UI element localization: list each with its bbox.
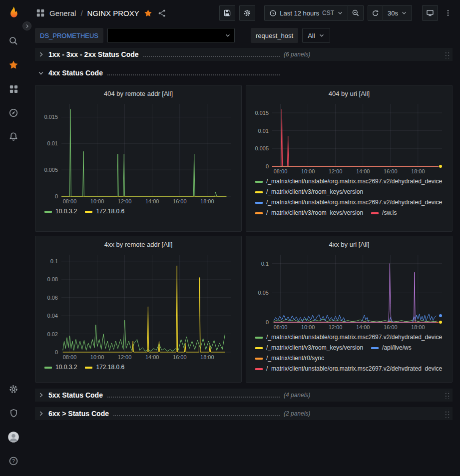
row-panel-count: (6 panels) — [284, 51, 310, 58]
refresh-button[interactable] — [368, 5, 383, 21]
series-swatch — [85, 211, 92, 213]
grafana-logo[interactable] — [5, 5, 22, 22]
sidebar-item-alerting[interactable] — [0, 125, 27, 149]
row-drag-handle[interactable] — [444, 50, 450, 58]
legend-label: 10.0.3.2 — [55, 206, 77, 217]
legend-item[interactable]: /api/live/ws — [371, 343, 412, 353]
legend-label: /_matrix/client/unstable/org.matrix.msc2… — [266, 176, 442, 187]
question-icon: ? — [8, 456, 18, 466]
svg-text:0.01: 0.01 — [47, 140, 58, 146]
chart-404-by-remote-addr[interactable]: 00.0050.010.01508:0010:0012:0014:0016:00… — [39, 100, 236, 205]
apps-grid-icon — [9, 84, 18, 94]
save-icon — [223, 9, 231, 17]
kebab-menu-button[interactable] — [442, 5, 454, 21]
svg-text:18:00: 18:00 — [411, 324, 425, 330]
legend-item[interactable]: /_matrix/client/v3/room_keys/version — [255, 187, 363, 197]
search-icon — [8, 36, 18, 46]
legend-label: /sw.js — [382, 208, 397, 215]
favorite-star-icon[interactable] — [144, 9, 152, 17]
sidebar-item-dashboards[interactable] — [0, 77, 27, 101]
row-1xx-3xx-2xx[interactable]: 1xx - 3xx - 2xx Status Code (6 panels) — [35, 48, 453, 61]
svg-text:14:00: 14:00 — [356, 168, 370, 174]
svg-text:12:00: 12:00 — [118, 354, 132, 360]
legend-item[interactable]: 10.0.3.2 — [44, 362, 77, 373]
legend-item[interactable]: 10.0.3.2 — [44, 206, 77, 217]
grafana-app: ? General / NGINX PROXY — [0, 0, 460, 476]
sidebar-item-configuration[interactable] — [0, 377, 27, 401]
breadcrumb-title[interactable]: NGINX PROXY — [87, 9, 139, 17]
svg-text:0.1: 0.1 — [261, 261, 269, 267]
time-range-label: Last 12 hours — [280, 9, 319, 17]
svg-text:14:00: 14:00 — [356, 324, 370, 330]
legend-item[interactable]: /_matrix/client/r0/sync — [255, 353, 324, 364]
row-drag-handle[interactable] — [444, 391, 450, 399]
share-icon[interactable] — [158, 9, 166, 17]
legend-item[interactable]: /_matrix/client/unstable/org.matrix.msc2… — [255, 332, 442, 343]
sidebar-item-starred[interactable] — [0, 53, 27, 77]
chart-4xx-by-uri[interactable]: 00.050.108:0010:0012:0014:0016:0018:00 — [250, 251, 447, 331]
legend-item[interactable]: /_matrix/client/unstable/org.matrix.msc2… — [255, 176, 442, 187]
series-swatch — [371, 347, 379, 349]
row-4xx[interactable]: 4xx Status Code — [35, 66, 453, 79]
chevron-down-icon — [337, 10, 343, 16]
svg-text:0.015: 0.015 — [44, 114, 58, 120]
dashboard-content: 1xx - 3xx - 2xx Status Code (6 panels) 4… — [27, 45, 460, 476]
sidebar-expand-button[interactable] — [22, 21, 31, 30]
svg-text:18:00: 18:00 — [200, 198, 214, 204]
save-dashboard-button[interactable] — [219, 5, 235, 21]
dashboard-settings-button[interactable] — [239, 5, 255, 21]
row-panel-count: (4 panels) — [284, 392, 310, 399]
svg-text:0: 0 — [55, 349, 58, 355]
request-host-select[interactable]: All — [302, 28, 330, 43]
gear-icon — [243, 9, 251, 17]
gear-icon — [8, 384, 18, 394]
tv-mode-button[interactable] — [422, 5, 438, 21]
panel-title[interactable]: 404 by uri [All] — [250, 87, 448, 100]
main-area: General / NGINX PROXY — [27, 0, 460, 476]
navbar: General / NGINX PROXY — [27, 0, 460, 26]
svg-text:12:00: 12:00 — [329, 168, 343, 174]
dotted-leader — [107, 71, 280, 75]
row-5xx[interactable]: 5xx Status Code (4 panels) — [35, 389, 453, 402]
panel-grid: 404 by remote addr [All] 00.0050.010.015… — [35, 85, 453, 383]
legend-item[interactable]: /_matrix/client/unstable/org.matrix.msc2… — [255, 364, 442, 371]
dotted-leader — [143, 52, 280, 57]
datasource-select[interactable] — [107, 28, 235, 43]
request-host-select-value: All — [308, 32, 315, 39]
sidebar-item-server-admin[interactable] — [0, 401, 27, 425]
svg-text:0.06: 0.06 — [47, 295, 58, 301]
svg-text:0.01: 0.01 — [258, 128, 269, 134]
chart-404-by-uri[interactable]: 00.0050.010.01508:0010:0012:0014:0016:00… — [250, 100, 447, 175]
row-drag-handle[interactable] — [444, 410, 450, 418]
apps-grid-icon — [36, 8, 45, 17]
legend: /_matrix/client/unstable/org.matrix.msc2… — [250, 176, 448, 215]
zoom-out-button[interactable] — [348, 5, 364, 21]
legend-item[interactable]: /_matrix/client/v3/room_keys/version — [255, 343, 363, 353]
svg-text:0.02: 0.02 — [47, 331, 58, 337]
legend-item[interactable]: /sw.js — [371, 208, 397, 215]
row-6xx[interactable]: 6xx > Status Code (2 panels) — [35, 407, 453, 420]
sidebar-item-search[interactable] — [0, 29, 27, 53]
datasource-variable-label[interactable]: DS_PROMETHEUS — [35, 28, 103, 43]
compass-icon — [8, 108, 18, 118]
breadcrumb-section[interactable]: General — [49, 9, 76, 17]
chevron-right-icon — [38, 411, 44, 417]
legend-label: /_matrix/client/unstable/org.matrix.msc2… — [266, 332, 442, 343]
sidebar-item-help[interactable]: ? — [0, 449, 27, 473]
legend-item[interactable]: /_matrix/client/v3/room_keys/version — [255, 208, 363, 215]
panel-title[interactable]: 4xx by remote addr [All] — [39, 238, 237, 251]
refresh-interval-picker[interactable]: 30s — [383, 5, 412, 21]
sidebar-item-explore[interactable] — [0, 101, 27, 125]
legend-item[interactable]: 172.18.0.6 — [85, 206, 124, 217]
legend-label: 172.18.0.6 — [96, 362, 124, 373]
panel-title[interactable]: 4xx by uri [All] — [250, 238, 448, 251]
request-host-variable-label[interactable]: request_host — [251, 28, 298, 43]
chart-4xx-by-remote-addr[interactable]: 00.020.040.060.080.108:0010:0012:0014:00… — [39, 251, 236, 361]
sidebar-item-profile[interactable] — [0, 425, 27, 449]
panel-404-by-remote-addr: 404 by remote addr [All] 00.0050.010.015… — [35, 85, 242, 232]
legend-item[interactable]: /_matrix/client/unstable/org.matrix.msc2… — [255, 197, 442, 208]
sidebar-bottom: ? — [0, 377, 27, 473]
legend-item[interactable]: 172.18.0.6 — [85, 362, 124, 373]
panel-title[interactable]: 404 by remote addr [All] — [39, 87, 237, 100]
time-range-picker[interactable]: Last 12 hours CST — [264, 5, 348, 21]
